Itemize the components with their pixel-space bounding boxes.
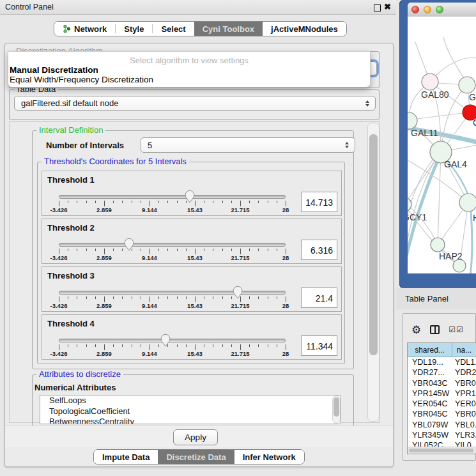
number-of-intervals-combobox[interactable]: 5: [141, 137, 355, 153]
table-panel-header: Table Panel: [396, 288, 476, 309]
tab-cyni-toolbox[interactable]: Cyni Toolbox: [194, 22, 263, 36]
slider-tick-labels: -3.4262.8599.14415.4321.71528: [42, 254, 341, 262]
dropdown-option-equal-width[interactable]: Equal Width/Frequency Discretization: [10, 75, 153, 84]
number-of-intervals-label: Number of Intervals: [46, 141, 124, 150]
combo-arrows-icon: [345, 142, 349, 148]
network-node[interactable]: [453, 259, 466, 272]
apply-button[interactable]: Apply: [173, 429, 218, 445]
cell-name[interactable]: YER0...: [452, 399, 476, 409]
threshold-slider-track[interactable]: [59, 243, 286, 247]
mac-minimize-icon[interactable]: [424, 6, 431, 13]
table-row[interactable]: YPR145WYPR1...: [408, 388, 476, 399]
table-data-combobox[interactable]: galFiltered.sif default node: [14, 96, 376, 111]
cell-name[interactable]: YDL1...: [452, 357, 476, 367]
table-hscrollbar-track[interactable]: [408, 447, 476, 454]
node-label: GAL11: [411, 128, 438, 138]
columns-icon[interactable]: [430, 325, 440, 334]
table-panel: ⚙ ☑☑ shared... na... YDL19...YDL1...YDR2…: [403, 313, 476, 461]
slider-ticks: [42, 249, 341, 254]
threshold-panel: Threshold 1 -3.4262.8599.14415.4321.7152…: [42, 171, 342, 216]
network-nodes: [408, 73, 476, 272]
attribute-item[interactable]: TopologicalCoefficient: [40, 406, 341, 417]
table-row[interactable]: YER054CYER0...: [408, 399, 476, 409]
network-node-gcy1[interactable]: [408, 197, 411, 211]
table-row[interactable]: YDL19...YDL1...: [408, 357, 476, 367]
bottom-tab-impute-data[interactable]: Impute Data: [94, 450, 158, 464]
network-canvas[interactable]: GAL80GACGAL11GAL4GCY1HHAP2: [408, 17, 476, 273]
cell-shared-name[interactable]: YBR043C: [408, 378, 452, 388]
column-header-shared-name[interactable]: shared...: [408, 343, 452, 357]
tab-style[interactable]: Style: [116, 22, 152, 36]
network-node-gal80[interactable]: [422, 73, 438, 90]
mac-close-icon[interactable]: [411, 6, 419, 13]
panel-scrollbar-thumb[interactable]: [369, 134, 378, 355]
network-node-ga[interactable]: [459, 77, 475, 93]
table-row[interactable]: YBR043CYBR0...: [408, 378, 476, 388]
threshold-value-field[interactable]: 6.316: [301, 240, 337, 260]
slider-tick-labels: -3.4262.8599.14415.4321.71528: [42, 350, 341, 358]
threshold-value-field[interactable]: 14.713: [301, 192, 337, 212]
cell-shared-name[interactable]: YDR27...: [408, 367, 452, 378]
attributes-group-label: Attributes to discretize: [36, 370, 123, 379]
threshold-label: Threshold 3: [47, 271, 95, 280]
cell-name[interactable]: YLR3...: [452, 430, 476, 440]
panel-title: Control Panel: [5, 3, 54, 12]
gear-icon[interactable]: ⚙: [411, 325, 421, 335]
table-row[interactable]: YIL052CYIL0...: [408, 440, 476, 447]
threshold-label: Threshold 1: [47, 175, 95, 185]
table-row[interactable]: YDR27...YDR2...: [408, 367, 476, 378]
cell-shared-name[interactable]: YPR145W: [408, 388, 452, 399]
cell-name[interactable]: YBR0...: [452, 378, 476, 388]
cell-name[interactable]: YDR2...: [452, 367, 476, 378]
threshold-slider-track[interactable]: [59, 291, 286, 295]
threshold-value-field[interactable]: 21.4: [301, 288, 337, 308]
cell-shared-name[interactable]: YBL079W: [408, 420, 452, 430]
node-label: C: [473, 118, 476, 128]
mac-zoom-icon[interactable]: [436, 6, 443, 13]
cell-shared-name[interactable]: YBR045C: [408, 409, 452, 419]
table-hscrollbar-thumb[interactable]: [409, 449, 473, 453]
cell-name[interactable]: YPR1...: [452, 388, 476, 399]
attribute-item[interactable]: BetweennessCentrality: [40, 417, 341, 424]
tab-label: jActiveMNodules: [271, 24, 338, 34]
combo-arrows-icon: [365, 100, 369, 107]
table-body: YDL19...YDL1...YDR27...YDR2...YBR043CYBR…: [408, 357, 476, 447]
tab-label: Cyni Toolbox: [203, 24, 254, 34]
tab-network[interactable]: Network: [54, 22, 115, 36]
threshold-slider-track[interactable]: [59, 195, 286, 199]
close-icon[interactable]: ✖: [384, 2, 391, 12]
table-row[interactable]: YBR045CYBR0...: [408, 409, 476, 419]
threshold-slider-track[interactable]: [59, 339, 286, 342]
bottom-tab-infer-network[interactable]: Infer Network: [234, 450, 304, 464]
cell-name[interactable]: YIL0...: [452, 440, 476, 447]
tab-label: Style: [124, 24, 144, 34]
table-row[interactable]: YLR345WYLR3...: [408, 430, 476, 440]
dropdown-option-manual[interactable]: Manual Discretization: [10, 65, 98, 75]
network-node-gal11[interactable]: [408, 112, 417, 129]
threshold-value-field[interactable]: 11.344: [301, 335, 337, 356]
tab-label: Impute Data: [102, 452, 150, 462]
tab-jactivemnodules[interactable]: jActiveMNodules: [263, 22, 346, 36]
network-node-h[interactable]: [459, 194, 476, 211]
column-header-name[interactable]: na...: [452, 343, 476, 357]
dropdown-hint: Select algorithm to view settings: [8, 56, 370, 65]
attribute-item[interactable]: SelfLoops: [40, 395, 341, 406]
cell-shared-name[interactable]: YLR345W: [408, 430, 452, 440]
numerical-attributes-list[interactable]: SelfLoopsTopologicalCoefficientBetweenne…: [40, 395, 341, 424]
table-row[interactable]: YBL079WYBL0...: [408, 420, 476, 430]
cell-name[interactable]: YBR0...: [452, 409, 476, 419]
table-header-row: shared... na...: [408, 343, 476, 357]
cell-shared-name[interactable]: YDL19...: [408, 357, 452, 367]
select-columns-checkboxes-icon[interactable]: ☑☑: [449, 325, 464, 334]
list-scrollbar-thumb[interactable]: [334, 397, 339, 417]
float-window-icon[interactable]: [374, 4, 381, 12]
cell-shared-name[interactable]: YER054C: [408, 399, 452, 409]
slider-ticks: [42, 296, 341, 302]
network-view-window[interactable]: GAL80GACGAL11GAL4GCY1HHAP2: [399, 0, 476, 288]
cell-shared-name[interactable]: YIL052C: [408, 440, 452, 447]
bottom-tab-discretize-data[interactable]: Discretize Data: [158, 450, 234, 464]
tab-select[interactable]: Select: [153, 22, 194, 36]
network-node-hap2[interactable]: [431, 238, 445, 252]
cell-name[interactable]: YBL0...: [452, 420, 476, 430]
interval-definition-label: Interval Definition: [36, 126, 105, 135]
